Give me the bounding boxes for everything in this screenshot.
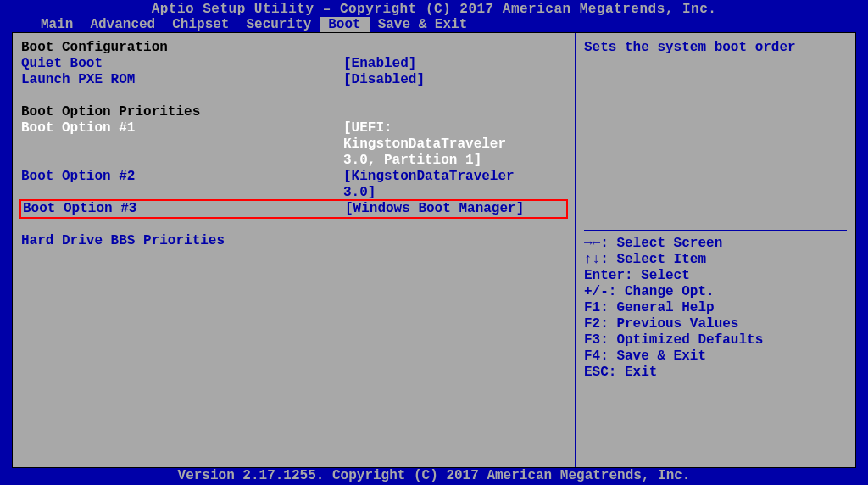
launch-pxe-label: Launch PXE ROM bbox=[21, 72, 343, 88]
boot-option-2-value: [KingstonDataTraveler 3.0] bbox=[343, 169, 566, 201]
key-f3: F3: Optimized Defaults bbox=[584, 332, 847, 348]
boot-option-3-value: [Windows Boot Manager] bbox=[345, 201, 566, 217]
boot-priorities-header: Boot Option Priorities bbox=[21, 104, 566, 120]
spacer bbox=[21, 217, 566, 233]
hard-drive-bbs-label: Hard Drive BBS Priorities bbox=[21, 233, 343, 249]
key-change-opt: +/-: Change Opt. bbox=[584, 284, 847, 300]
key-esc: ESC: Exit bbox=[584, 365, 847, 381]
bios-title: Aptio Setup Utility – Copyright (C) 2017… bbox=[0, 0, 868, 17]
key-select-screen: →←: Select Screen bbox=[584, 236, 847, 252]
boot-option-2-row[interactable]: Boot Option #2 [KingstonDataTraveler 3.0… bbox=[21, 169, 566, 201]
menu-security[interactable]: Security bbox=[237, 17, 320, 32]
highlight-box: Boot Option #3 [Windows Boot Manager] bbox=[19, 199, 568, 219]
footer-text: Version 2.17.1255. Copyright (C) 2017 Am… bbox=[178, 468, 691, 483]
help-panel: Sets the system boot order →←: Select Sc… bbox=[576, 33, 855, 467]
boot-option-3-row[interactable]: Boot Option #3 [Windows Boot Manager] bbox=[21, 201, 566, 217]
help-divider bbox=[584, 230, 847, 231]
key-enter: Enter: Select bbox=[584, 268, 847, 284]
menu-chipset[interactable]: Chipset bbox=[164, 17, 237, 32]
quiet-boot-row[interactable]: Quiet Boot [Enabled] bbox=[21, 56, 566, 72]
menu-save-exit[interactable]: Save & Exit bbox=[370, 17, 476, 32]
hard-drive-bbs-row[interactable]: Hard Drive BBS Priorities bbox=[21, 233, 566, 249]
menu-main[interactable]: Main bbox=[32, 17, 81, 32]
quiet-boot-value: [Enabled] bbox=[343, 56, 566, 72]
bios-body: Boot Configuration Quiet Boot [Enabled] … bbox=[12, 32, 856, 468]
boot-configuration-header: Boot Configuration bbox=[21, 40, 566, 56]
boot-option-1-label: Boot Option #1 bbox=[21, 120, 343, 169]
quiet-boot-label: Quiet Boot bbox=[21, 56, 343, 72]
boot-option-1-value: [UEFI: KingstonDataTraveler 3.0, Partiti… bbox=[343, 120, 566, 169]
section-title: Boot Configuration bbox=[21, 40, 168, 56]
spacer bbox=[21, 88, 566, 104]
bios-footer: Version 2.17.1255. Copyright (C) 2017 Am… bbox=[0, 468, 868, 485]
main-panel: Boot Configuration Quiet Boot [Enabled] … bbox=[13, 33, 576, 467]
launch-pxe-row[interactable]: Launch PXE ROM [Disabled] bbox=[21, 72, 566, 88]
key-select-item: ↑↓: Select Item bbox=[584, 252, 847, 268]
key-f1: F1: General Help bbox=[584, 300, 847, 316]
menu-bar: Main Advanced Chipset Security Boot Save… bbox=[0, 17, 868, 32]
key-f2: F2: Previous Values bbox=[584, 316, 847, 332]
key-f4: F4: Save & Exit bbox=[584, 348, 847, 365]
context-help: Sets the system boot order bbox=[584, 40, 847, 56]
section-title: Boot Option Priorities bbox=[21, 104, 200, 120]
launch-pxe-value: [Disabled] bbox=[343, 72, 566, 88]
boot-option-1-row[interactable]: Boot Option #1 [UEFI: KingstonDataTravel… bbox=[21, 120, 566, 169]
boot-option-3-label: Boot Option #3 bbox=[23, 201, 345, 217]
menu-advanced[interactable]: Advanced bbox=[81, 17, 164, 32]
bios-header: Aptio Setup Utility – Copyright (C) 2017… bbox=[0, 0, 868, 32]
boot-option-2-label: Boot Option #2 bbox=[21, 169, 343, 201]
menu-boot[interactable]: Boot bbox=[320, 17, 369, 32]
